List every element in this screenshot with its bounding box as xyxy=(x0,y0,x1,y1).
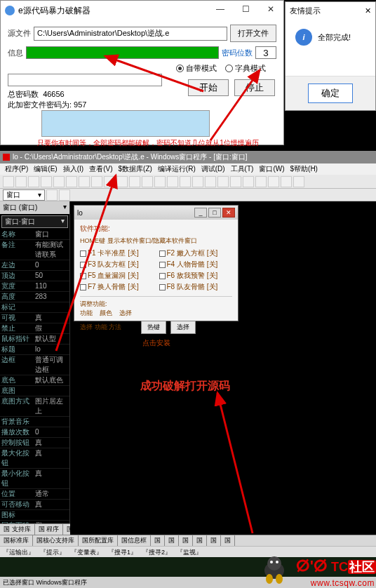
menu-item[interactable]: $数据库(Z) xyxy=(116,163,154,175)
sidebar-combo[interactable]: 窗口·窗口▾ xyxy=(1,215,68,228)
tab[interactable]: 国核心支持库 xyxy=(33,535,79,546)
tab[interactable]: 国标准库 xyxy=(0,535,33,546)
property-row[interactable]: 标题lo xyxy=(0,345,69,355)
status-item[interactable]: 『提示』 xyxy=(40,548,65,556)
tab[interactable]: 国 xyxy=(151,535,165,546)
menu-item[interactable]: 窗口(W) xyxy=(257,163,286,175)
tip-titlebar[interactable]: 友情提示 ✕ xyxy=(286,2,375,19)
ide-titlebar[interactable]: lo - C:\Users\Administrator\Desktop\逆战.e… xyxy=(0,151,376,163)
property-row[interactable]: 控制按钮真 xyxy=(0,438,69,448)
hack-feature-item[interactable]: F6 敌我预警 [关] xyxy=(159,271,233,281)
hack-feature-item[interactable]: F1 卡半准星 [关] xyxy=(80,248,154,258)
maximize-button[interactable]: ☐ xyxy=(233,1,258,18)
tab[interactable]: 国 程序 xyxy=(35,524,64,535)
start-button[interactable]: 开始 xyxy=(188,79,229,96)
property-row[interactable]: 底图 xyxy=(0,386,69,396)
property-row[interactable]: 宽度110 xyxy=(0,281,69,292)
toolbar-button[interactable] xyxy=(255,176,267,187)
minimize-button[interactable]: — xyxy=(208,1,233,18)
toolbar-button[interactable] xyxy=(46,189,58,201)
property-row[interactable]: 位置通常 xyxy=(0,489,69,500)
menu-item[interactable]: $帮助(H) xyxy=(288,163,320,175)
status-item[interactable]: 『监视』 xyxy=(177,548,202,556)
menu-item[interactable]: 插入(I) xyxy=(61,163,86,175)
toolbar-button[interactable] xyxy=(28,176,39,187)
tab[interactable]: 国 xyxy=(165,535,179,546)
property-row[interactable]: 鼠标指针默认型 xyxy=(0,334,69,345)
toolbar-button[interactable] xyxy=(180,176,191,187)
toolbar-button[interactable] xyxy=(217,176,229,187)
status-item[interactable]: 『搜寻2』 xyxy=(142,548,171,556)
toolbar-button[interactable] xyxy=(281,176,292,187)
menu-item[interactable]: 调试(D) xyxy=(199,163,227,175)
tip-ok-button[interactable]: 确定 xyxy=(308,83,353,103)
toolbar-button[interactable] xyxy=(79,176,90,187)
toolbar-button[interactable] xyxy=(167,176,178,187)
menu-item[interactable]: 程序(P) xyxy=(3,163,30,175)
status-item[interactable]: 『运输出』 xyxy=(3,548,34,556)
status-item[interactable]: 『搜寻1』 xyxy=(108,548,137,556)
tab[interactable]: 国所配置库 xyxy=(79,535,118,546)
cracker-titlebar[interactable]: e源代码暴力破解器 — ☐ ✕ xyxy=(1,1,283,20)
toolbar-button[interactable] xyxy=(205,176,216,187)
hack-feature-item[interactable]: F3 队友方框 [关] xyxy=(80,260,154,269)
hack-titlebar[interactable]: lo _ □ ✕ xyxy=(74,206,238,220)
toolbar-button[interactable] xyxy=(268,176,279,187)
mode-dict-radio[interactable]: 字典模式 xyxy=(225,63,266,74)
property-row[interactable]: 左边0 xyxy=(0,260,69,271)
tab[interactable]: 国 支持库 xyxy=(0,524,35,535)
toolbar-button[interactable] xyxy=(129,176,140,187)
choose-button[interactable]: 选择 xyxy=(170,321,196,334)
property-row[interactable]: 底图方式图片居左上 xyxy=(0,396,69,417)
property-row[interactable]: 标记 xyxy=(0,302,69,313)
hack-feature-item[interactable]: F2 嫩入方框 [关] xyxy=(159,248,233,258)
tab[interactable]: 国 属性 xyxy=(63,524,70,535)
toolbar-button[interactable] xyxy=(154,176,166,187)
mode-self-radio[interactable]: 自带模式 xyxy=(176,63,217,74)
property-row[interactable]: 备注有能测试请联系 xyxy=(0,240,69,260)
toolbar-combo[interactable]: 窗口▾ xyxy=(3,189,45,201)
tab[interactable]: 国 xyxy=(179,535,193,546)
toolbar-button[interactable] xyxy=(59,189,70,201)
hack-min-button[interactable]: _ xyxy=(194,208,207,218)
menu-item[interactable]: 查看(V) xyxy=(87,163,114,175)
tab[interactable]: 国 xyxy=(193,535,207,546)
install-link[interactable]: 点击安装 xyxy=(80,338,232,348)
toolbar-button[interactable] xyxy=(116,176,128,187)
property-row[interactable]: 边框普通可调边框 xyxy=(0,355,69,375)
toolbar-button[interactable] xyxy=(142,176,153,187)
hack-feature-item[interactable]: F7 换人骨骼 [关] xyxy=(80,282,154,292)
property-row[interactable]: 禁止假 xyxy=(0,323,69,334)
menu-item[interactable]: 编译运行(R) xyxy=(156,163,198,175)
property-row[interactable]: 最大化按钮真 xyxy=(0,448,69,469)
property-row[interactable]: 可视真 xyxy=(0,313,69,323)
toolbar-button[interactable] xyxy=(15,176,27,187)
hack-feature-item[interactable]: F8 队友骨骼 [关] xyxy=(159,282,233,292)
toolbar-button[interactable] xyxy=(230,176,241,187)
property-row[interactable]: 高度283 xyxy=(0,292,69,302)
toolbar-button[interactable] xyxy=(104,176,115,187)
property-row[interactable]: 底色默认底色 xyxy=(0,375,69,386)
toolbar-button[interactable] xyxy=(53,176,65,187)
toolbar-button[interactable] xyxy=(91,176,102,187)
property-row[interactable]: 背景音乐 xyxy=(0,417,69,427)
menu-item[interactable]: 工具(T) xyxy=(229,163,256,175)
pwd-len-input[interactable] xyxy=(255,46,276,59)
tab[interactable]: 国 xyxy=(221,535,235,546)
toolbar-button[interactable] xyxy=(41,176,52,187)
status-item[interactable]: 『变量表』 xyxy=(71,548,102,556)
open-file-button[interactable]: 打开文件 xyxy=(230,25,276,42)
hotkey-button[interactable]: 热键 xyxy=(141,321,166,334)
menu-item[interactable]: 编辑(E) xyxy=(32,163,59,175)
toolbar-button[interactable] xyxy=(293,176,304,187)
toolbar-button[interactable] xyxy=(66,176,77,187)
toolbar-button[interactable] xyxy=(243,176,254,187)
hack-close-button[interactable]: ✕ xyxy=(222,208,235,218)
toolbar-button[interactable] xyxy=(192,176,203,187)
tab[interactable]: 国信息框 xyxy=(118,535,151,546)
toolbar-button[interactable] xyxy=(3,176,14,187)
source-path-input[interactable] xyxy=(34,27,227,41)
property-row[interactable]: 可否移动真 xyxy=(0,500,69,510)
property-row[interactable]: 播放次数0 xyxy=(0,427,69,438)
tip-close-icon[interactable]: ✕ xyxy=(365,6,371,15)
